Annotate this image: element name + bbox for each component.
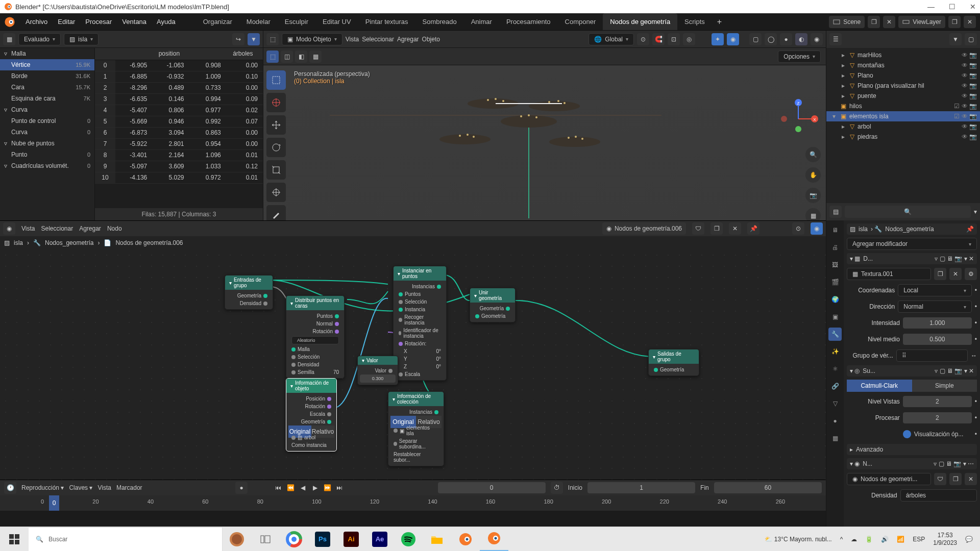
- keyframe-next-icon[interactable]: ⏩: [322, 483, 332, 493]
- midlevel-input[interactable]: 0.500: [903, 334, 972, 345]
- ne-add[interactable]: Agregar: [79, 225, 101, 232]
- ne-select[interactable]: Seleccionar: [41, 225, 73, 232]
- aftereffects-icon[interactable]: Ae: [365, 527, 394, 552]
- outliner-row[interactable]: ▸▽piedras👁 📷: [826, 132, 980, 142]
- tex-new[interactable]: ❐: [934, 268, 946, 280]
- select-box-icon[interactable]: ⬚: [266, 51, 279, 63]
- object-dropdown[interactable]: ▨ isla▾: [64, 33, 99, 45]
- mod-gn-header[interactable]: ▾ ◉ N...▿ ▢ 🖥 📷 ▾ ⋯: [847, 458, 977, 469]
- domain-row[interactable]: Vértice15.9K: [0, 59, 94, 70]
- tab-texture[interactable]: ▦: [828, 432, 842, 445]
- outliner-display-icon[interactable]: ▤: [829, 206, 842, 218]
- viewlayer-del-button[interactable]: ✕: [964, 16, 976, 28]
- ne-node[interactable]: Nodo: [107, 225, 122, 232]
- viewlayer-selector[interactable]: ViewLayer: [898, 16, 945, 28]
- menu-window[interactable]: Ventana: [117, 13, 152, 30]
- timeline-track[interactable]: 0 020406080100120140160180200220240260: [0, 495, 826, 511]
- workspace-tab[interactable]: Scripts: [677, 13, 712, 30]
- add-modifier-button[interactable]: Agregar modificador▾: [847, 238, 977, 250]
- table-row[interactable]: 8-3.4012.1641.0960.01: [95, 150, 263, 161]
- tab-scene[interactable]: 🎬: [828, 276, 842, 289]
- editor-type-icon[interactable]: ⬚: [266, 33, 279, 45]
- coords-dd[interactable]: Local▾: [898, 284, 972, 296]
- explorer-icon[interactable]: [423, 527, 451, 552]
- tray-chevron[interactable]: ^: [840, 536, 843, 543]
- select-circle-icon[interactable]: ◧: [295, 51, 307, 63]
- domain-row[interactable]: Cara15.7K: [0, 82, 94, 93]
- tex-props[interactable]: ⚙: [965, 268, 977, 280]
- outliner-row[interactable]: ▸▽Plano (para visualizar hil👁 📷: [826, 81, 980, 91]
- overlay-toggle-icon[interactable]: ◉: [727, 33, 739, 45]
- tl-marker[interactable]: Marcador: [116, 484, 142, 491]
- select-lasso-icon[interactable]: ◫: [281, 51, 293, 63]
- volume-icon[interactable]: 🔊: [881, 536, 889, 543]
- texture-select[interactable]: ▦ Textura.001: [847, 268, 931, 280]
- table-row[interactable]: 3-6.6350.1460.9940.09: [95, 94, 263, 105]
- optimal-display[interactable]: Visualización óp...: [914, 431, 964, 438]
- clock-icon[interactable]: ⏱: [551, 482, 563, 494]
- table-row[interactable]: 2-8.2960.4890.7330.00: [95, 83, 263, 94]
- notifications-icon[interactable]: 💬: [965, 536, 973, 543]
- node-value[interactable]: ▾Valor Valor 0.300: [357, 356, 398, 385]
- table-row[interactable]: 0-6.905-1.0630.9080.00: [95, 60, 263, 71]
- node-group-output[interactable]: ▾Salidas de grupo Geometría: [648, 349, 699, 376]
- ne-view[interactable]: Vista: [21, 225, 35, 232]
- mode-dropdown[interactable]: ▣ Modo Objeto▾: [282, 33, 342, 45]
- workspace-tab[interactable]: Sombreado: [415, 13, 463, 30]
- viewport-options[interactable]: Opciones ▾: [778, 51, 821, 63]
- outliner-row[interactable]: ▸▽arbol👁 📷: [826, 121, 980, 132]
- gn-nodegroup[interactable]: ◉ Nodos de geometri...: [847, 473, 931, 485]
- dir-dd[interactable]: Normal▾: [898, 300, 972, 313]
- table-row[interactable]: 5-5.6690.9460.9920.07: [95, 116, 263, 128]
- pivot-icon[interactable]: ⊙: [637, 33, 649, 45]
- tex-del[interactable]: ✕: [949, 268, 962, 280]
- ng-pin-icon[interactable]: 📌: [747, 222, 760, 235]
- zoom-icon[interactable]: 🔍: [805, 147, 821, 162]
- autokey-icon[interactable]: ●: [235, 482, 248, 494]
- taskbar-search[interactable]: 🔍 Buscar: [29, 527, 223, 552]
- keyframe-prev-icon[interactable]: ⏪: [285, 483, 296, 493]
- menu-edit[interactable]: Editar: [53, 13, 80, 30]
- nodegroup-selector[interactable]: ◉ Nodos de geometría.006: [602, 222, 686, 235]
- ng-shield-icon[interactable]: 🛡: [692, 222, 704, 235]
- workspace-tab[interactable]: Organizar: [196, 13, 239, 30]
- table-row[interactable]: 9-5.0973.6091.0330.12: [95, 161, 263, 172]
- viewlayer-new-button[interactable]: ❐: [948, 16, 961, 28]
- node-distribute-points[interactable]: ▾Distribuir puntos en caras Puntos Norma…: [286, 295, 345, 379]
- node-group-input[interactable]: ▾Entradas de grupo Geometría Densidad: [225, 275, 273, 310]
- lang-indicator[interactable]: ESP: [913, 536, 925, 543]
- outliner-row[interactable]: ▾▣elementos isla☑ 👁 📷: [826, 111, 980, 121]
- outliner-row[interactable]: ▸▽puente👁 📷: [826, 91, 980, 101]
- tl-view[interactable]: Vista: [97, 484, 111, 491]
- render-levels[interactable]: 2: [903, 412, 972, 423]
- tab-modifiers[interactable]: 🔧: [828, 328, 842, 341]
- scene-del-button[interactable]: ✕: [883, 16, 895, 28]
- play-icon[interactable]: ▶: [310, 483, 320, 493]
- node-instance-on-points[interactable]: ▾Instanciar en puntos Instancias Puntos …: [393, 266, 447, 381]
- viewport-levels[interactable]: 2: [903, 396, 972, 407]
- node-collection-info[interactable]: ▾Información de colección Instancias Ori…: [388, 391, 444, 466]
- gn-shield[interactable]: 🛡: [934, 473, 946, 485]
- table-row[interactable]: 1-6.885-0.9321.0090.10: [95, 71, 263, 83]
- minimize-button[interactable]: —: [927, 3, 935, 11]
- outliner-search[interactable]: 🔍: [845, 206, 971, 218]
- workspace-tab[interactable]: Editar UV: [315, 13, 358, 30]
- clock-date[interactable]: 1/9/2023: [933, 539, 957, 546]
- chrome-icon[interactable]: [280, 527, 308, 552]
- tab-viewlayer[interactable]: 🖼: [828, 258, 842, 271]
- outliner-row[interactable]: ▸▽Plano👁 📷: [826, 70, 980, 81]
- domain-row[interactable]: ▿ Malla: [0, 48, 94, 59]
- snap-icon[interactable]: 🧲: [652, 33, 665, 45]
- density-attr[interactable]: árboles: [900, 489, 977, 502]
- crumb-obj[interactable]: isla: [14, 239, 23, 246]
- wifi-icon[interactable]: 📶: [897, 536, 904, 543]
- domain-row[interactable]: Curva0: [0, 127, 94, 138]
- workspace-tab[interactable]: Procesamiento: [499, 13, 558, 30]
- workspace-tab[interactable]: Nodos de geometría: [603, 13, 677, 30]
- illustrator-icon[interactable]: Ai: [337, 527, 365, 552]
- domain-row[interactable]: Esquina de cara7K: [0, 93, 94, 104]
- tl-playback[interactable]: Reproducción ▾: [21, 484, 64, 491]
- ng-dup-icon[interactable]: ❐: [710, 222, 723, 235]
- tab-world[interactable]: 🌍: [828, 293, 842, 306]
- tab-render[interactable]: 🖥: [828, 223, 842, 237]
